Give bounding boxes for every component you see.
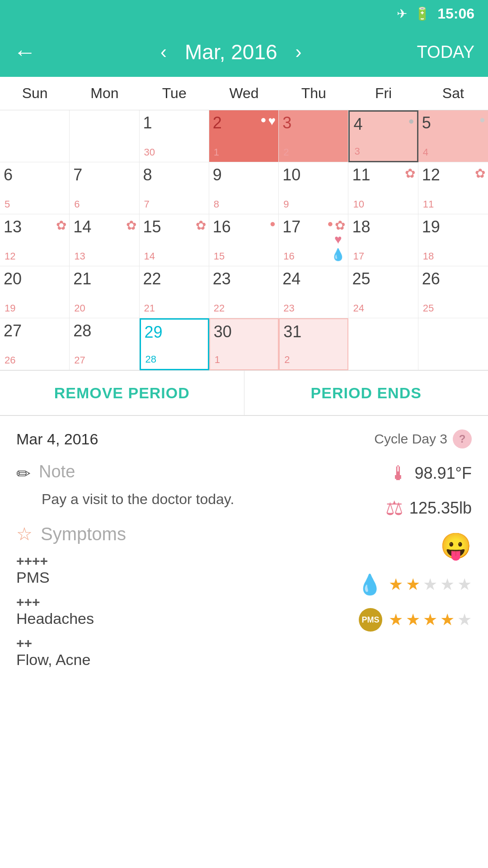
cal-cell-empty: [348, 318, 418, 370]
cal-cell-mar23[interactable]: 23 22: [209, 266, 279, 318]
prev-month-button[interactable]: ‹: [160, 41, 167, 63]
cal-cell-mar9[interactable]: 9 8: [209, 162, 279, 214]
day-header-sat: Sat: [418, 77, 488, 110]
day-header-thu: Thu: [279, 77, 348, 110]
calendar: Sun Mon Tue Wed Thu Fri Sat 1 30 2 ● ♥ 1…: [0, 77, 488, 371]
cal-cell-mar26[interactable]: 26 25: [418, 266, 488, 318]
star-2: ★: [406, 575, 420, 594]
note-row: ✏ Note: [16, 462, 309, 484]
cal-cell-empty: [418, 318, 488, 370]
cal-cell-mar30[interactable]: 30 1: [209, 318, 279, 370]
detail-section: Mar 4, 2016 Cycle Day 3 ? ✏ Note Pay a v…: [0, 416, 488, 690]
headaches-stars: PMS ★ ★ ★ ★ ★: [359, 608, 472, 632]
detail-body: ✏ Note Pay a visit to the doctor today. …: [16, 462, 472, 677]
cal-cell-mar2[interactable]: 2 ● ♥ 1: [209, 110, 279, 162]
day-header-tue: Tue: [140, 77, 209, 110]
month-title: Mar, 2016: [185, 40, 277, 64]
flower-icon: ✿: [126, 218, 136, 233]
cal-cell-mar16[interactable]: 16 ● 15: [209, 214, 279, 266]
cal-cell-mar6[interactable]: 6 5: [0, 162, 70, 214]
cal-cell-mar4[interactable]: 4 ● 3: [348, 110, 418, 162]
weight-metric: ⚖ 125.35lb: [385, 496, 472, 519]
star-4: ★: [440, 610, 455, 629]
cal-cell-mar25[interactable]: 25 24: [348, 266, 418, 318]
cal-cell-mar15[interactable]: 15 ✿ 14: [140, 214, 209, 266]
cal-cell-empty[interactable]: [0, 110, 70, 162]
cal-cell-mar29[interactable]: 29 28: [140, 318, 209, 370]
symptoms-header: ☆ Symptoms: [16, 524, 309, 544]
cal-cell-empty[interactable]: [70, 110, 139, 162]
blood-drop-icon: 💧: [357, 573, 382, 596]
mood-metric: 😛: [440, 531, 472, 561]
cal-cell-mar11[interactable]: 11 ✿ 10: [348, 162, 418, 214]
cal-cell-mar1[interactable]: 1 30: [140, 110, 209, 162]
dot-icon: ●: [270, 218, 276, 230]
cal-cell-mar20[interactable]: 20 19: [0, 266, 70, 318]
flower-icon: ✿: [196, 218, 206, 233]
next-month-button[interactable]: ›: [296, 41, 302, 63]
battery-icon: 🔋: [414, 6, 430, 21]
cal-cell-mar18[interactable]: 18 17: [348, 214, 418, 266]
cal-cell-mar21[interactable]: 21 20: [70, 266, 139, 318]
back-button[interactable]: ←: [14, 39, 36, 65]
cal-cell-mar5[interactable]: 5 ● 4: [418, 110, 488, 162]
symptom-headaches: +++ Headaches: [16, 594, 309, 627]
drop-icon: 💧: [331, 248, 345, 262]
day-headers: Sun Mon Tue Wed Thu Fri Sat: [0, 77, 488, 110]
cal-cell-mar10[interactable]: 10 9: [279, 162, 348, 214]
pms-stars: 💧 ★ ★ ★ ★ ★: [357, 573, 472, 596]
detail-left: ✏ Note Pay a visit to the doctor today. …: [16, 462, 309, 677]
cycle-day-label: Cycle Day 3: [374, 431, 447, 447]
day-header-fri: Fri: [348, 77, 418, 110]
temperature-metric: 🌡 98.91°F: [389, 462, 472, 485]
month-navigation: ‹ Mar, 2016 ›: [45, 40, 417, 64]
note-text: Pay a visit to the doctor today.: [42, 488, 309, 510]
cal-cell-mar3[interactable]: 3 2: [279, 110, 348, 162]
star-2: ★: [406, 610, 420, 629]
heart-icon: ♥: [334, 232, 342, 247]
period-ends-button[interactable]: PERIOD ENDS: [244, 371, 488, 415]
note-label: Note: [39, 462, 75, 481]
day-header-wed: Wed: [209, 77, 279, 110]
cal-cell-mar28[interactable]: 28 27: [70, 318, 139, 370]
pms-badge: PMS: [359, 608, 382, 632]
headaches-star-rating: ★ ★ ★ ★ ★: [389, 610, 472, 629]
flower-icon: ✿: [405, 166, 415, 181]
remove-period-button[interactable]: REMOVE PERIOD: [0, 371, 244, 415]
cal-cell-mar22[interactable]: 22 21: [140, 266, 209, 318]
cal-cell-mar8[interactable]: 8 7: [140, 162, 209, 214]
day-header-sun: Sun: [0, 77, 70, 110]
symptom-flow-acne: ++ Flow, Acne: [16, 636, 309, 669]
symptoms-label: Symptoms: [41, 524, 126, 544]
dot-icon: ●: [327, 218, 333, 233]
dot-icon: ●: [260, 114, 266, 128]
flower-icon: ✿: [56, 218, 66, 233]
cal-cell-mar12[interactable]: 12 ✿ 11: [418, 162, 488, 214]
cycle-day: Cycle Day 3 ?: [374, 429, 472, 448]
mood-icon: 😛: [440, 531, 472, 561]
symptom-pms: ++++ PMS: [16, 553, 309, 586]
cal-cell-mar31[interactable]: 31 2: [279, 318, 348, 370]
cal-cell-mar14[interactable]: 14 ✿ 13: [70, 214, 139, 266]
status-bar: ✈ 🔋 15:06: [0, 0, 488, 27]
thermometer-icon: 🌡: [389, 462, 408, 485]
airplane-icon: ✈: [397, 6, 407, 21]
status-time: 15:06: [437, 5, 474, 22]
today-button[interactable]: TODAY: [417, 42, 474, 62]
heart-icon: ♥: [268, 114, 276, 128]
star-3: ★: [423, 610, 437, 629]
detail-date: Mar 4, 2016: [16, 430, 98, 448]
cal-cell-mar7[interactable]: 7 6: [70, 162, 139, 214]
cycle-help-button[interactable]: ?: [453, 429, 472, 448]
star-1: ★: [389, 610, 403, 629]
cal-cell-mar13[interactable]: 13 ✿ 12: [0, 214, 70, 266]
pms-star-rating: ★ ★ ★ ★ ★: [389, 575, 472, 594]
star-4: ★: [440, 575, 455, 594]
star-icon: ☆: [16, 524, 33, 544]
cal-cell-mar17[interactable]: 17 ● ✿ ♥ 💧 16: [279, 214, 348, 266]
cal-cell-mar27[interactable]: 27 26: [0, 318, 70, 370]
flower-icon: ✿: [475, 166, 485, 181]
calendar-header: ← ‹ Mar, 2016 › TODAY: [0, 27, 488, 77]
cal-cell-mar19[interactable]: 19 18: [418, 214, 488, 266]
cal-cell-mar24[interactable]: 24 23: [279, 266, 348, 318]
